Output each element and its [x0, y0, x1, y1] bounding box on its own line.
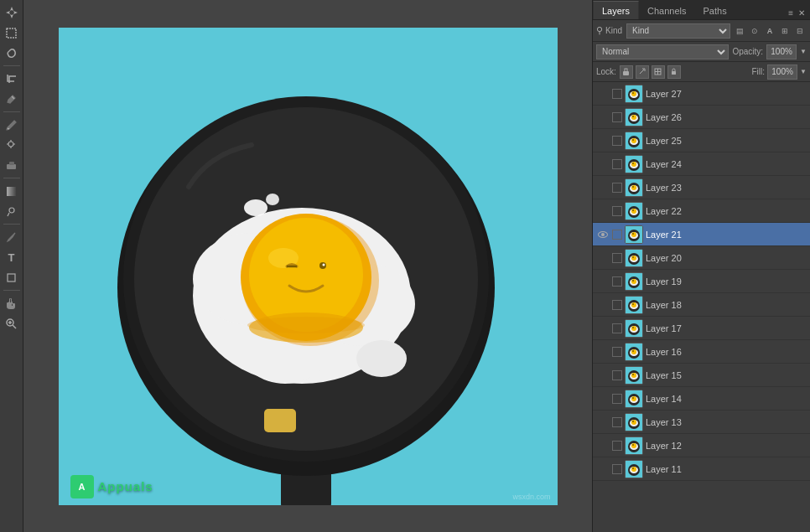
- layer-visibility-27[interactable]: [596, 87, 610, 101]
- layer-item-21[interactable]: Layer 21: [593, 223, 810, 246]
- zoom-tool[interactable]: [3, 314, 21, 333]
- lock-artboard-btn[interactable]: [652, 65, 665, 79]
- hand-tool[interactable]: [3, 294, 21, 312]
- layer-thumbnail-21: [625, 225, 643, 244]
- layer-item-20[interactable]: Layer 20: [593, 246, 810, 270]
- lasso-tool[interactable]: [3, 44, 21, 62]
- layer-visibility-26[interactable]: [596, 111, 610, 124]
- move-tool[interactable]: [3, 3, 21, 22]
- marquee-tool[interactable]: [3, 23, 21, 42]
- layer-visibility-16[interactable]: [596, 345, 610, 359]
- layer-checkbox-12[interactable]: [612, 441, 622, 451]
- layer-checkbox-14[interactable]: [612, 394, 622, 404]
- layer-checkbox-19[interactable]: [612, 276, 622, 287]
- layer-item-17[interactable]: Layer 17: [593, 317, 810, 340]
- layer-visibility-15[interactable]: [596, 369, 610, 382]
- clone-tool[interactable]: [3, 136, 21, 154]
- layer-checkbox-20[interactable]: [612, 253, 622, 263]
- layer-visibility-19[interactable]: [596, 275, 610, 288]
- fill-value[interactable]: 100%: [767, 65, 797, 80]
- svg-point-65: [631, 162, 636, 167]
- opacity-value[interactable]: 100%: [766, 44, 797, 59]
- layer-visibility-23[interactable]: [596, 181, 610, 194]
- layer-visibility-24[interactable]: [596, 158, 610, 171]
- filter-text-btn[interactable]: A: [763, 24, 776, 38]
- layer-visibility-11[interactable]: [596, 462, 610, 476]
- layer-visibility-22[interactable]: [596, 204, 610, 218]
- layers-list[interactable]: Layer 27Layer 26Layer 25Layer 24Layer 23…: [593, 82, 810, 532]
- layer-checkbox-25[interactable]: [612, 136, 622, 146]
- layer-thumbnail-14: [625, 390, 643, 408]
- layer-visibility-12[interactable]: [596, 439, 610, 452]
- svg-point-106: [632, 350, 634, 352]
- fill-arrow[interactable]: ▼: [800, 68, 807, 75]
- svg-point-71: [632, 186, 634, 188]
- layer-item-27[interactable]: Layer 27: [593, 82, 810, 106]
- pen-tool[interactable]: [3, 228, 21, 246]
- panel-menu-btn[interactable]: ≡: [787, 7, 795, 19]
- layer-visibility-13[interactable]: [596, 416, 610, 429]
- tab-paths[interactable]: Paths: [695, 1, 735, 19]
- svg-line-16: [13, 325, 16, 328]
- filter-adjustment-btn[interactable]: ⊙: [748, 24, 761, 38]
- filter-smart-btn[interactable]: ⊟: [793, 24, 807, 38]
- canvas-area: A Appuals wsxdn.com: [23, 0, 592, 532]
- crop-tool[interactable]: [3, 70, 21, 88]
- tab-layers[interactable]: Layers: [593, 1, 639, 19]
- layer-checkbox-27[interactable]: [612, 89, 622, 99]
- dodge-tool[interactable]: [3, 202, 21, 220]
- layer-item-15[interactable]: Layer 15: [593, 364, 810, 387]
- layer-item-22[interactable]: Layer 22: [593, 199, 810, 223]
- panel-tab-actions: ≡ ✕: [787, 7, 810, 19]
- opacity-arrow[interactable]: ▼: [800, 48, 807, 55]
- layer-checkbox-13[interactable]: [612, 417, 622, 427]
- svg-point-126: [632, 444, 634, 446]
- layer-checkbox-26[interactable]: [612, 112, 622, 122]
- layer-checkbox-11[interactable]: [612, 464, 622, 474]
- text-tool[interactable]: T: [3, 248, 21, 266]
- filter-pixel-btn[interactable]: ▤: [733, 24, 746, 38]
- layer-checkbox-18[interactable]: [612, 300, 622, 310]
- layer-checkbox-22[interactable]: [612, 206, 622, 216]
- panel-close-btn[interactable]: ✕: [797, 7, 807, 19]
- tab-channels[interactable]: Channels: [639, 1, 694, 19]
- eyedropper-tool[interactable]: [3, 90, 21, 108]
- layer-checkbox-24[interactable]: [612, 159, 622, 169]
- lock-pixels-btn[interactable]: [620, 65, 633, 79]
- layer-item-14[interactable]: Layer 14: [593, 387, 810, 411]
- svg-point-55: [631, 115, 636, 120]
- layer-thumbnail-24: [625, 155, 643, 173]
- lock-position-btn[interactable]: [636, 65, 649, 79]
- lock-all-btn[interactable]: [667, 65, 681, 79]
- layer-item-23[interactable]: Layer 23: [593, 176, 810, 199]
- filter-shape-btn[interactable]: ⊞: [778, 24, 792, 38]
- layer-item-18[interactable]: Layer 18: [593, 293, 810, 317]
- layer-item-19[interactable]: Layer 19: [593, 270, 810, 293]
- layer-item-25[interactable]: Layer 25: [593, 129, 810, 152]
- layer-thumbnail-11: [625, 460, 643, 478]
- layer-item-12[interactable]: Layer 12: [593, 434, 810, 457]
- layer-visibility-25[interactable]: [596, 134, 610, 147]
- layer-visibility-20[interactable]: [596, 251, 610, 265]
- layer-checkbox-21[interactable]: [612, 230, 622, 240]
- layer-item-16[interactable]: Layer 16: [593, 340, 810, 364]
- layer-item-26[interactable]: Layer 26: [593, 106, 810, 129]
- gradient-tool[interactable]: [3, 182, 21, 200]
- layer-checkbox-17[interactable]: [612, 323, 622, 333]
- layer-visibility-17[interactable]: [596, 322, 610, 335]
- eraser-tool[interactable]: [3, 156, 21, 174]
- layer-visibility-18[interactable]: [596, 298, 610, 312]
- layer-item-11[interactable]: Layer 11: [593, 457, 810, 481]
- blend-mode-select[interactable]: Normal: [596, 44, 729, 59]
- layer-checkbox-16[interactable]: [612, 347, 622, 357]
- svg-point-80: [631, 232, 636, 237]
- layer-item-24[interactable]: Layer 24: [593, 152, 810, 176]
- shape-tool[interactable]: [3, 268, 21, 287]
- layer-item-13[interactable]: Layer 13: [593, 411, 810, 434]
- brush-tool[interactable]: [3, 116, 21, 134]
- layer-checkbox-15[interactable]: [612, 370, 622, 380]
- filter-kind-select[interactable]: Kind: [626, 23, 730, 39]
- layer-visibility-14[interactable]: [596, 392, 610, 405]
- layer-visibility-21[interactable]: [596, 228, 610, 241]
- layer-checkbox-23[interactable]: [612, 183, 622, 193]
